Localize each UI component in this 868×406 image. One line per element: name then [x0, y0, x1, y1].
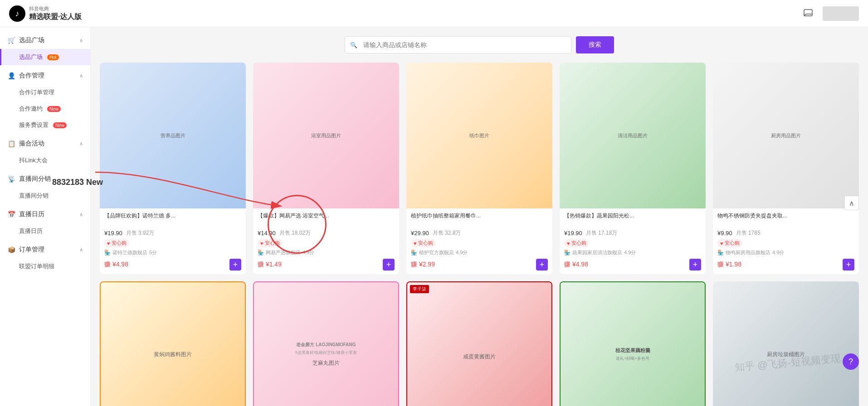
sidebar-item-label: 直播日历: [19, 227, 43, 235]
chevron-up-icon-5: ∧: [79, 212, 83, 218]
product-card-3[interactable]: 纸巾图片 植护纸巾抽纸整箱家用餐巾... ¥29.90 月售 32.8万 ♥安心…: [406, 63, 552, 274]
sidebar-group-label-live-dist: 直播间分销: [19, 175, 51, 183]
product-earn-5: 赚 ¥1.98: [717, 261, 741, 269]
product-price-row-2: ¥14.90 月售 18.02万: [258, 229, 395, 237]
product-card-2[interactable]: 浴室用品图片 【爆款】网易严选 浴室空气... ¥14.90 月售 18.02万…: [253, 63, 399, 274]
sidebar-group-live-dist[interactable]: 📡 直播间分销 ∧: [0, 170, 90, 188]
product-card-5[interactable]: 厨房用品图片 物鸣不锈钢防烫夹提盘夹取... ¥9.90 月售 1765 ♥安心…: [713, 63, 859, 274]
sidebar-group-label-order: 订单管理: [19, 246, 44, 254]
help-button[interactable]: ?: [843, 353, 859, 370]
scroll-top-button[interactable]: ∧: [844, 196, 859, 210]
product-store-2: 🏪 网易严选旗舰店 4.9分: [258, 249, 395, 256]
store-name-3: 植护官方旗舰店: [419, 249, 454, 256]
sidebar-group-label-activity: 撮合活动: [19, 140, 44, 148]
product-sales-3: 月售 32.8万: [433, 229, 461, 237]
store-icon-1: 🏪: [104, 250, 111, 256]
new-badge-2: New: [53, 122, 67, 128]
product-price-row-1: ¥19.90 月售 3.92万: [104, 229, 241, 237]
product-price-3: ¥29.90: [411, 230, 429, 237]
product-earn-row-3: 赚 ¥2.99 +: [411, 259, 548, 271]
sidebar-item-label: 抖Link大会: [19, 156, 48, 164]
sidebar-group-label-live-cal: 直播日历: [19, 210, 44, 218]
product-image-9: 桂花坚果藕粉羹 送礼+好喝+多色号: [561, 282, 705, 406]
sidebar-group-cooperation[interactable]: 👤 合作管理 ∧: [0, 67, 90, 84]
store-score-2: 4.9分: [302, 249, 314, 256]
product-image-8: 李子柒 咸蛋黄酱图片: [407, 282, 551, 406]
product-card-8[interactable]: 李子柒 咸蛋黄酱图片 李子柒北海海鸭蛋黄酱咸蛋...: [406, 281, 552, 406]
search-bar: 🔍 搜索: [100, 36, 859, 53]
product-info-2: 【爆款】网易严选 浴室空气... ¥14.90 月售 18.02万 ♥安心购 🏪…: [253, 208, 399, 274]
add-product-button-1[interactable]: +: [229, 259, 241, 271]
live-dist-icon: 📡: [7, 175, 15, 183]
sidebar-item-coop-contract[interactable]: 合作邀约 New: [0, 101, 90, 117]
product-card-9[interactable]: 桂花坚果藕粉羹 送礼+好喝+多色号 五谷快线奇亚籽坚果桂花藕...: [560, 281, 706, 406]
sidebar-item-alliance-order[interactable]: 联盟订单明细: [0, 258, 90, 275]
product-sales-2: 月售 18.02万: [279, 229, 311, 237]
sidebar-item-coop-order[interactable]: 合作订单管理: [0, 84, 90, 101]
sidebar-section-live-cal: 📅 直播日历 ∧ 直播日历: [0, 206, 90, 239]
sidebar-item-label: 联盟订单明细: [19, 262, 54, 271]
new-badge: New: [47, 106, 61, 112]
sidebar-item-live-cal[interactable]: 直播日历: [0, 223, 90, 239]
add-product-button-5[interactable]: +: [843, 259, 854, 271]
sidebar-group-activity[interactable]: 📋 撮合活动 ∧: [0, 135, 90, 152]
sidebar-item-product-square-hot[interactable]: 选品广场 Hot: [0, 49, 90, 65]
product-card-1[interactable]: 营养品图片 【品牌狂欢购】诺特兰德 多... ¥19.90 月售 3.92万 ♥…: [100, 63, 246, 274]
product-info-1: 【品牌狂欢购】诺特兰德 多... ¥19.90 月售 3.92万 ♥安心购 🏪 …: [100, 208, 246, 274]
app-name: 抖音电商: [29, 6, 82, 12]
sidebar-section-product-square: 🛒 选品广场 ∧ 选品广场 Hot: [0, 32, 90, 65]
sidebar-section-live-dist: 📡 直播间分销 ∧ 直播间分销: [0, 170, 90, 204]
calendar-icon: 📅: [7, 210, 15, 218]
chevron-up-icon-6: ∧: [79, 247, 83, 253]
product-name-1: 【品牌狂欢购】诺特兰德 多...: [104, 212, 241, 227]
sidebar-group-live-cal[interactable]: 📅 直播日历 ∧: [0, 206, 90, 223]
product-card-4[interactable]: 清洁用品图片 【热销爆款】蔬果园阳光松... ¥19.90 月售 17.18万 …: [560, 63, 706, 274]
store-score-5: 4.9分: [772, 249, 784, 256]
product-grid-row2: 口味正宗 品质保证 黄焖鸡酱料图片 160g/袋焖百味黄焖鸡酱料... 老金磨方…: [100, 281, 859, 406]
main-layout: 🛒 选品广场 ∧ 选品广场 Hot 👤 合作管理 ∧ 合作订单管理: [0, 27, 868, 406]
sidebar-section-activity: 📋 撮合活动 ∧ 抖Link大会: [0, 135, 90, 169]
add-product-button-3[interactable]: +: [536, 259, 548, 271]
sidebar-item-live-dist[interactable]: 直播间分销: [0, 188, 90, 204]
product-store-3: 🏪 植护官方旗舰店 4.9分: [411, 249, 548, 256]
product-safe-badge-4: ♥安心购: [564, 239, 589, 247]
product-image-3: 纸巾图片: [406, 63, 552, 208]
sidebar-item-dou-link[interactable]: 抖Link大会: [0, 152, 90, 169]
product-earn-row-4: 赚 ¥4.98 +: [564, 259, 701, 271]
product-price-row-5: ¥9.90 月售 1765: [717, 229, 854, 237]
product-name-5: 物鸣不锈钢防烫夹提盘夹取...: [717, 212, 854, 227]
chevron-up-icon: ∧: [79, 38, 83, 44]
product-image-2: 浴室用品图片: [253, 63, 399, 208]
product-store-1: 🏪 诺特兰德旗舰店 5分: [104, 249, 241, 256]
product-earn-1: 赚 ¥4.98: [104, 261, 128, 269]
sidebar-item-label: 合作订单管理: [19, 88, 54, 97]
store-score-1: 5分: [149, 249, 157, 256]
product-card-7[interactable]: 老金磨方 LAOJINGMOFANG 5盒黑食材/低糖好芝味/健康小零食 芝麻丸…: [253, 281, 399, 406]
product-card-10[interactable]: 厨房垃圾桶图片 【源尚】厨房垃圾桶家用北...: [713, 281, 859, 406]
search-button[interactable]: 搜索: [576, 36, 614, 53]
store-icon-5: 🏪: [717, 250, 724, 256]
chevron-up-icon-2: ∧: [79, 73, 83, 79]
product-earn-4: 赚 ¥4.98: [564, 261, 588, 269]
product-image-5: 厨房用品图片: [713, 63, 859, 208]
product-image-1: 营养品图片: [100, 63, 246, 208]
chevron-up-icon-3: ∧: [79, 141, 83, 147]
sidebar-section-cooperation: 👤 合作管理 ∧ 合作订单管理 合作邀约 New 服务费设置 New: [0, 67, 90, 133]
sidebar-group-label-cooperation: 合作管理: [19, 72, 44, 80]
product-store-5: 🏪 物鸣厨房用品旗舰店 4.9分: [717, 249, 854, 256]
product-card-6[interactable]: 口味正宗 品质保证 黄焖鸡酱料图片 160g/袋焖百味黄焖鸡酱料...: [100, 281, 246, 406]
search-input[interactable]: [345, 36, 571, 53]
sidebar-section-order: 📦 订单管理 ∧ 联盟订单明细: [0, 241, 90, 275]
add-product-button-4[interactable]: +: [689, 259, 701, 271]
product-info-4: 【热销爆款】蔬果园阳光松... ¥19.90 月售 17.18万 ♥安心购 🏪 …: [560, 208, 706, 274]
sidebar-group-order[interactable]: 📦 订单管理 ∧: [0, 241, 90, 258]
user-avatar[interactable]: [823, 6, 859, 21]
sidebar-item-service-fee[interactable]: 服务费设置 New: [0, 117, 90, 133]
sidebar: 🛒 选品广场 ∧ 选品广场 Hot 👤 合作管理 ∧ 合作订单管理: [0, 27, 91, 406]
chevron-up-icon-4: ∧: [79, 176, 83, 182]
product-info-5: 物鸣不锈钢防烫夹提盘夹取... ¥9.90 月售 1765 ♥安心购 🏪 物鸣厨…: [713, 208, 859, 274]
product-name-3: 植护纸巾抽纸整箱家用餐巾...: [411, 212, 548, 227]
add-product-button-2[interactable]: +: [383, 259, 395, 271]
sidebar-group-product-square[interactable]: 🛒 选品广场 ∧: [0, 32, 90, 49]
message-button[interactable]: [801, 6, 815, 21]
